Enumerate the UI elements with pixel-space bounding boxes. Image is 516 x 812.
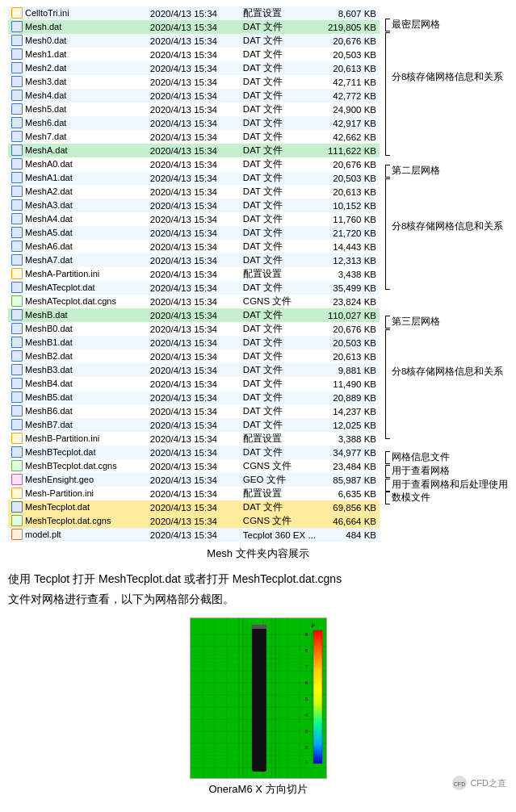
- file-icon: [11, 529, 23, 540]
- table-row[interactable]: Mesh2.dat 2020/4/13 15:34 DAT 文件 20,613 …: [8, 61, 380, 75]
- table-row[interactable]: Mesh7.dat 2020/4/13 15:34 DAT 文件 42,662 …: [8, 130, 380, 144]
- annotation: 分8核存储网格信息和关系: [392, 366, 503, 378]
- file-name-cell: MeshB0.dat: [8, 322, 133, 335]
- table-row[interactable]: Mesh5.dat 2020/4/13 15:34 DAT 文件 24,900 …: [8, 103, 380, 116]
- file-icon: [11, 350, 23, 362]
- table-row[interactable]: MeshBTecplot.dat.cgns 2020/4/13 15:34 CG…: [8, 459, 380, 473]
- file-name-cell: MeshB3.dat: [8, 363, 133, 376]
- file-icon: [11, 35, 23, 46]
- file-icon: [11, 172, 23, 183]
- file-name-cell: MeshEnsight.geo: [8, 473, 133, 486]
- table-row[interactable]: Mesh6.dat 2020/4/13 15:34 DAT 文件 42,917 …: [8, 116, 380, 130]
- table-row[interactable]: Mesh-Partition.ini 2020/4/13 15:34 配置设置 …: [8, 487, 380, 500]
- file-name-cell: Mesh7.dat: [8, 130, 133, 143]
- annotation: 用于查看网格: [392, 465, 450, 477]
- file-icon: [11, 76, 23, 87]
- file-date: 2020/4/13 15:34: [147, 61, 240, 75]
- table-row[interactable]: MeshA0.dat 2020/4/13 15:34 DAT 文件 20,676…: [8, 157, 380, 171]
- table-row[interactable]: MeshA3.dat 2020/4/13 15:34 DAT 文件 10,152…: [8, 199, 380, 212]
- file-type: DAT 文件: [240, 446, 319, 459]
- file-type: 配置设置: [240, 6, 319, 20]
- file-icon: [11, 90, 23, 101]
- table-row[interactable]: MeshB.dat 2020/4/13 15:34 DAT 文件 110,027…: [8, 308, 380, 322]
- annotation: 用于查看网格和后处理使用: [392, 479, 508, 491]
- file-size: 8,607 KB: [319, 6, 380, 20]
- file-name-cell: MeshATecplot.dat.cgns: [8, 295, 133, 308]
- table-row[interactable]: Mesh1.dat 2020/4/13 15:34 DAT 文件 20,503 …: [8, 48, 380, 61]
- file-name-cell: MeshB4.dat: [8, 377, 133, 390]
- file-icon: [11, 241, 23, 252]
- table-row[interactable]: MeshATecplot.dat.cgns 2020/4/13 15:34 CG…: [8, 295, 380, 308]
- table-row[interactable]: MeshB-Partition.ini 2020/4/13 15:34 配置设置…: [8, 432, 380, 446]
- table-row[interactable]: MeshA5.dat 2020/4/13 15:34 DAT 文件 21,720…: [8, 226, 380, 240]
- file-date: 2020/4/13 15:34: [147, 281, 240, 295]
- table-row[interactable]: MeshB0.dat 2020/4/13 15:34 DAT 文件 20,676…: [8, 322, 380, 336]
- file-name: Mesh6.dat: [25, 118, 66, 128]
- file-icon: [11, 213, 23, 224]
- table-row[interactable]: CelltoTri.ini 2020/4/13 15:34 配置设置 8,607…: [8, 6, 380, 20]
- file-type: DAT 文件: [240, 322, 319, 336]
- table-row[interactable]: MeshA1.dat 2020/4/13 15:34 DAT 文件 20,503…: [8, 171, 380, 185]
- file-name-cell: MeshA3.dat: [8, 199, 133, 211]
- table-row[interactable]: Mesh0.dat 2020/4/13 15:34 DAT 文件 20,676 …: [8, 34, 380, 48]
- watermark: CFD CFD之直: [452, 776, 506, 790]
- table-row[interactable]: MeshB1.dat 2020/4/13 15:34 DAT 文件 20,503…: [8, 336, 380, 349]
- table-row[interactable]: Mesh4.dat 2020/4/13 15:34 DAT 文件 42,772 …: [8, 89, 380, 103]
- table-row[interactable]: MeshB5.dat 2020/4/13 15:34 DAT 文件 20,889…: [8, 391, 380, 404]
- table-row[interactable]: MeshATecplot.dat 2020/4/13 15:34 DAT 文件 …: [8, 281, 380, 295]
- annotation-label: 分8核存储网格信息和关系: [392, 72, 503, 82]
- svg-text:F: F: [312, 623, 315, 629]
- table-row[interactable]: MeshB4.dat 2020/4/13 15:34 DAT 文件 11,490…: [8, 377, 380, 391]
- table-row[interactable]: MeshA-Partition.ini 2020/4/13 15:34 配置设置…: [8, 267, 380, 281]
- file-name: MeshA6.dat: [25, 241, 73, 251]
- file-type: CGNS 文件: [240, 459, 319, 473]
- file-name-cell: MeshA1.dat: [8, 171, 133, 184]
- annotation: 网格信息文件: [392, 451, 450, 463]
- bracket: [385, 479, 390, 492]
- table-row[interactable]: MeshA2.dat 2020/4/13 15:34 DAT 文件 20,613…: [8, 185, 380, 199]
- table-row[interactable]: MeshTecplot.dat.cgns 2020/4/13 15:34 CGN…: [8, 514, 380, 528]
- file-size: 20,503 KB: [319, 48, 380, 61]
- file-name-cell: MeshB2.dat: [8, 349, 133, 362]
- file-date: 2020/4/13 15:34: [147, 20, 240, 34]
- table-row[interactable]: MeshB6.dat 2020/4/13 15:34 DAT 文件 14,237…: [8, 404, 380, 418]
- table-row[interactable]: Mesh.dat 2020/4/13 15:34 DAT 文件 219,805 …: [8, 20, 380, 34]
- file-icon: [11, 227, 23, 238]
- file-icon: [11, 488, 23, 499]
- file-size: 20,613 KB: [319, 185, 380, 199]
- file-date: 2020/4/13 15:34: [147, 199, 240, 212]
- file-type: DAT 文件: [240, 103, 319, 116]
- table-row[interactable]: model.plt 2020/4/13 15:34 Tecplot 360 EX…: [8, 528, 380, 542]
- file-type: DAT 文件: [240, 89, 319, 103]
- table-row[interactable]: MeshTecplot.dat 2020/4/13 15:34 DAT 文件 6…: [8, 500, 380, 514]
- file-date: 2020/4/13 15:34: [147, 473, 240, 487]
- file-name: MeshB7.dat: [25, 420, 73, 429]
- table-caption: Mesh 文件夹内容展示: [0, 546, 516, 561]
- table-row[interactable]: MeshB7.dat 2020/4/13 15:34 DAT 文件 12,025…: [8, 418, 380, 432]
- file-icon: [11, 131, 23, 142]
- file-name-cell: MeshBTecplot.dat.cgns: [8, 459, 133, 472]
- file-icon: [11, 48, 23, 60]
- file-icon: [11, 103, 23, 115]
- file-size: 11,760 KB: [319, 212, 380, 226]
- file-date: 2020/4/13 15:34: [147, 75, 240, 89]
- file-date: 2020/4/13 15:34: [147, 349, 240, 363]
- table-row[interactable]: MeshA.dat 2020/4/13 15:34 DAT 文件 111,622…: [8, 144, 380, 157]
- file-date: 2020/4/13 15:34: [147, 253, 240, 267]
- file-type: DAT 文件: [240, 363, 319, 377]
- file-size: 24,900 KB: [319, 103, 380, 116]
- table-row[interactable]: MeshB3.dat 2020/4/13 15:34 DAT 文件 9,881 …: [8, 363, 380, 377]
- table-row[interactable]: MeshA6.dat 2020/4/13 15:34 DAT 文件 14,443…: [8, 240, 380, 253]
- file-type: DAT 文件: [240, 226, 319, 240]
- table-row[interactable]: Mesh3.dat 2020/4/13 15:34 DAT 文件 42,711 …: [8, 75, 380, 89]
- table-row[interactable]: MeshBTecplot.dat 2020/4/13 15:34 DAT 文件 …: [8, 446, 380, 459]
- watermark-text: CFD之直: [470, 777, 506, 789]
- table-row[interactable]: MeshA4.dat 2020/4/13 15:34 DAT 文件 11,760…: [8, 212, 380, 226]
- file-name: model.plt: [25, 529, 61, 539]
- table-row[interactable]: MeshA7.dat 2020/4/13 15:34 DAT 文件 12,313…: [8, 253, 380, 267]
- file-name: Mesh.dat: [25, 22, 61, 31]
- table-row[interactable]: MeshB2.dat 2020/4/13 15:34 DAT 文件 20,613…: [8, 349, 380, 363]
- table-row[interactable]: MeshEnsight.geo 2020/4/13 15:34 GEO 文件 8…: [8, 473, 380, 487]
- grid-svg: F 9 8 7 6 5 4 3 2 1: [191, 618, 327, 779]
- file-size: 20,613 KB: [319, 61, 380, 75]
